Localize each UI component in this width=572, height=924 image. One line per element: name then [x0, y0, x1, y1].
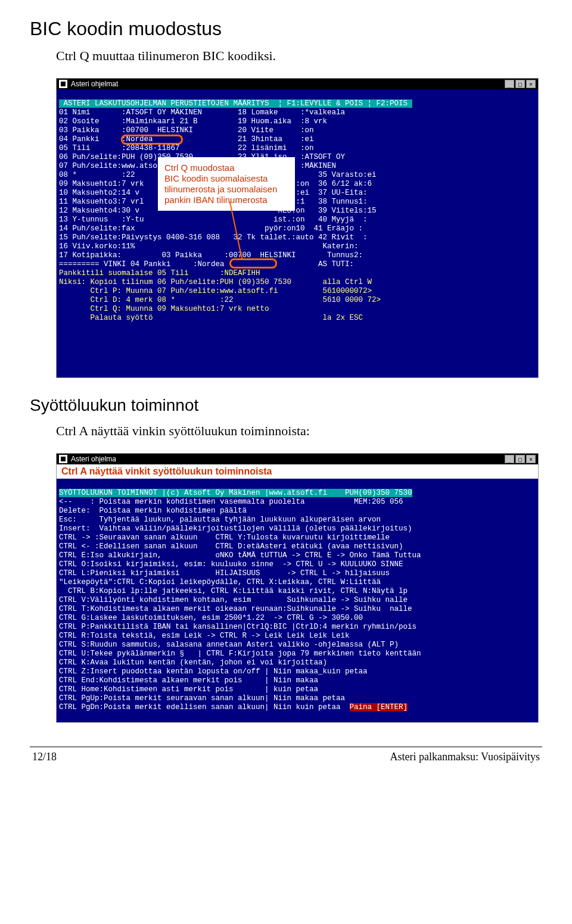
page-footer: 12/18 Asteri palkanmaksu: Vuosipäivitys: [30, 751, 542, 769]
line: 01 Nimi :ATSOFT OY MÄKINEN 18 Lomake :*v…: [59, 108, 345, 117]
minimize-icon[interactable]: _: [505, 455, 514, 463]
terminal-header: SYÖTTÖLUUKUN TOIMINNOT |(c) Atsoft Oy Mä…: [59, 489, 412, 497]
terminal-body-1: ASTERI LASKUTUSOHJELMAN PERUSTIETOJEN MÄ…: [57, 89, 538, 377]
window-title: Asteri ohjelma: [71, 455, 116, 463]
line: CTRL Z:Insert puodottaa kentän lopusta o…: [59, 667, 368, 676]
system-menu-icon[interactable]: [59, 80, 67, 88]
minimize-icon[interactable]: _: [505, 80, 514, 88]
line: CTRL End:Kohdistimesta alkaen merkit poi…: [59, 676, 318, 685]
line: CTRL G:Laskee laskutoimituksen, esim 250…: [59, 614, 363, 622]
line: CTRL -> :Seuraavan sanan alkuun CTRL Y:T…: [59, 533, 390, 542]
line: CTRL PgDn:Poista merkit edellisen sanan …: [59, 703, 350, 711]
line: CTRL E:Iso alkukirjain, oNKO tÄMÄ tUTTUA…: [59, 551, 421, 560]
titlebar: Asteri ohjelmat _ □ ×: [57, 79, 538, 89]
line: 13 Y-tunnus :Y-tu ist.:on 40 Myyjä :: [59, 216, 368, 224]
line: CTRL U:Tekee pykälänmerkin § | CTRL F:Ki…: [59, 650, 421, 658]
page-title: BIC koodin muodostus: [30, 18, 542, 40]
terminal-window-2: Asteri ohjelma _ □ × Ctrl A näyttää vink…: [56, 453, 539, 723]
line: 14 Puh/selite:fax pyör:on10 41 Eräajo :: [59, 224, 363, 233]
terminal-body-2: SYÖTTÖLUUKUN TOIMINNOT |(c) Atsoft Oy Mä…: [57, 479, 538, 722]
close-icon[interactable]: ×: [526, 80, 536, 88]
line: CTRL T:Kohdistimesta alkaen merkit oikea…: [59, 605, 412, 613]
line: Palauta syöttö la 2x ESC: [59, 314, 363, 322]
line: 15 Puh/selite:Päivystys 0400-316 088 32 …: [59, 233, 368, 242]
intro-paragraph-1: Ctrl Q muuttaa tilinumeron BIC koodiksi.: [56, 48, 542, 64]
line: Ctrl D: 4 merk 08 * :22 5610 0000 72>: [59, 296, 381, 304]
system-menu-icon[interactable]: [59, 455, 67, 463]
line: Pankkitili suomalaise 05 Tili :NDEAFIHH: [59, 269, 260, 277]
footer-title: Asteri palkanmaksu: Vuosipäivitys: [390, 751, 540, 763]
intro-paragraph-2: Ctrl A näyttää vinkin syöttöluukun toimi…: [56, 423, 542, 439]
window-title: Asteri ohjelmat: [71, 80, 118, 88]
close-icon[interactable]: ×: [526, 455, 536, 463]
line: CTRL K:Avaa lukitun kentän (kentän, joho…: [59, 658, 327, 667]
maximize-icon[interactable]: □: [515, 455, 525, 463]
terminal-header: ASTERI LASKUTUSOHJELMAN PERUSTIETOJEN MÄ…: [59, 99, 412, 108]
paina-enter[interactable]: Paina [ENTER]: [350, 703, 408, 711]
line: CTRL L:Pieniksi kirjaimiksi HILJAISUUS -…: [59, 569, 390, 578]
page-number: 12/18: [32, 751, 57, 763]
line: CTRL S:Ruudun sammutus, salasana annetaa…: [59, 641, 399, 649]
line: 17 Kotipaikka: 03 Paikka :00700 HELSINKI…: [59, 251, 363, 260]
line: Ctrl P: Muunna 07 Puh/selite:www.atsoft.…: [59, 287, 372, 295]
line: CTRL PgUp:Poista merkit seuraavan sanan …: [59, 694, 345, 703]
line: 05 Tili :208438-11867 22 lisänimi :on: [59, 144, 314, 152]
hint-banner: Ctrl A näyttää vinkit syöttöluukun toimi…: [57, 464, 538, 479]
line: CTRL R:Toista tekstiä, esim Leik -> CTRL…: [59, 632, 350, 640]
line: CTRL O:Isoiksi kirjaimiksi, esim: kuuluu…: [59, 560, 403, 569]
footer-divider: [30, 747, 542, 747]
line: CTRL <- :Edellisen sanan alkuun CTRL D:e…: [59, 542, 403, 551]
line: Delete: Poistaa merkin kohdistimen päält…: [59, 507, 247, 515]
line: CTRL B:Kopioi lp:lle jatkeeksi, CTRL K:L…: [59, 587, 408, 595]
line: CTRL P:Pankkitilistä IBAN tai kansalline…: [59, 623, 416, 631]
line: ========= VINKI 04 Pankki :Nordea AS TUT…: [59, 260, 354, 269]
line: 16 Viiv.korko:11% Katerin:: [59, 242, 359, 251]
line: <-- : Poistaa merkin kohdistimen vasemma…: [59, 498, 403, 506]
line: Insert: Vaihtaa väliin/päällekirjoitusti…: [59, 525, 412, 533]
maximize-icon[interactable]: □: [515, 80, 525, 88]
line: 02 Osoite :Malminkaari 21 B 19 Huom.aika…: [59, 117, 327, 126]
line: Esc: Tyhjentää luukun, palauttaa tyhjään…: [59, 516, 381, 524]
callout-ctrlq: Ctrl Q muodostaa BIC koodin suomalaisest…: [158, 157, 295, 211]
section-heading-2: Syöttöluukun toiminnot: [30, 396, 542, 415]
terminal-window-1: Asteri ohjelmat _ □ × ASTERI LASKUTUSOHJ…: [56, 78, 539, 378]
line: CTRL V:Välilyönti kohdistimen kohtaan, e…: [59, 596, 408, 604]
line: Niksi: Kopioi tilinum 06 Puh/selite:PUH …: [59, 278, 372, 286]
line: 03 Paikka :00700 HELSINKI 20 Viite :on: [59, 126, 314, 135]
titlebar: Asteri ohjelma _ □ ×: [57, 454, 538, 464]
line: 04 Pankki :Nordea 21 3hintaa :ei: [59, 135, 314, 143]
line: Ctrl Q: Muunna 09 Maksuehto1:7 vrk netto: [59, 305, 269, 313]
line: CTRL Home:Kohdistimeen asti merkit pois …: [59, 685, 318, 694]
line: "Leikepöytä":CTRL C:Kopioi leikepöydälle…: [59, 578, 381, 586]
